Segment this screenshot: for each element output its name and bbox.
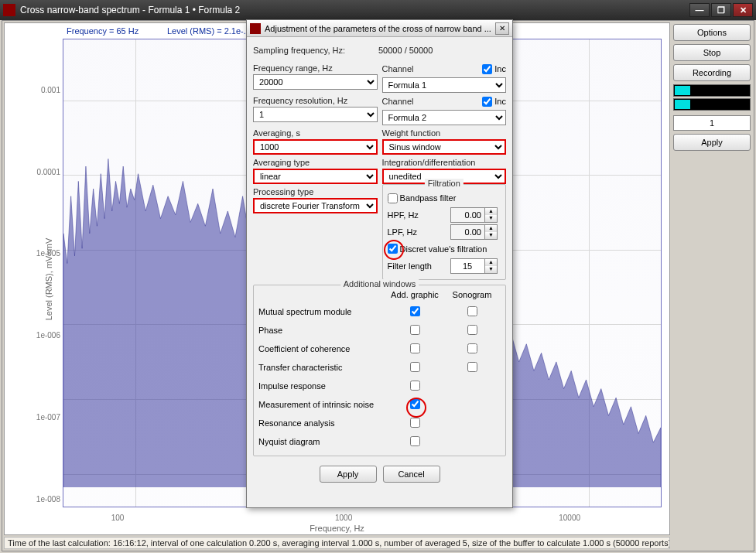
frequency-range-label: Frequency range, Hz <box>253 63 378 73</box>
channel-label: Channel <box>382 64 483 73</box>
inc-checkbox-1[interactable] <box>482 64 492 74</box>
aw-mutual-spectrum-label: Mutual spectrum module <box>258 307 386 316</box>
aw-resonance-graphic-checkbox[interactable] <box>410 418 420 428</box>
filtration-legend: Filtration <box>425 179 464 188</box>
aw-impulse-label: Impulse response <box>258 381 386 391</box>
close-button[interactable]: ✕ <box>733 3 753 17</box>
dialog-title: Adjustment of the parameters of the cros… <box>265 24 495 33</box>
weight-function-label: Weight function <box>382 128 507 138</box>
channel2-select[interactable]: Formula 2 <box>382 110 507 125</box>
parameters-dialog: Adjustment of the parameters of the cros… <box>246 19 513 508</box>
aw-coherence-sonogram-checkbox[interactable] <box>467 343 477 353</box>
aw-impulse-graphic-checkbox[interactable] <box>410 381 420 391</box>
aw-transfer-sonogram-checkbox[interactable] <box>467 362 477 372</box>
inc-checkbox-2[interactable] <box>482 97 492 107</box>
aw-nyquist-graphic-checkbox[interactable] <box>410 436 420 446</box>
aw-nyquist-label: Nyquist diagram <box>258 437 386 446</box>
aw-phase-sonogram-checkbox[interactable] <box>467 325 477 335</box>
lpf-spinner[interactable]: ▲▼ <box>485 224 498 240</box>
dialog-titlebar[interactable]: Adjustment of the parameters of the cros… <box>247 20 512 37</box>
hpf-label: HPF, Hz <box>388 210 451 220</box>
aw-phase-graphic-checkbox[interactable] <box>410 325 420 335</box>
averaging-type-label: Averaging type <box>253 158 378 167</box>
x-tick: 1000 <box>335 514 352 522</box>
x-tick: 10000 <box>559 514 580 522</box>
y-tick: 0.001 <box>41 85 60 94</box>
filter-length-input[interactable] <box>450 258 485 274</box>
y-tick: 1e-008 <box>36 494 60 503</box>
discret-filtration-label: Discret value's filtration <box>400 244 487 254</box>
frequency-resolution-select[interactable]: 1 <box>253 107 378 122</box>
x-axis-label: Frequency, Hz <box>310 524 364 533</box>
window-title: Cross narrow-band spectrum - Formula 1 •… <box>20 5 688 15</box>
aw-transfer-graphic-checkbox[interactable] <box>410 362 420 372</box>
aw-intrinsic-noise-label: Measurement of intrinsic noise <box>258 400 386 409</box>
sampling-frequency-label: Sampling frequency, Hz: <box>253 46 378 55</box>
dialog-apply-button[interactable]: Apply <box>320 466 377 483</box>
dialog-close-button[interactable]: ✕ <box>495 22 509 35</box>
aw-transfer-label: Transfer characteristic <box>258 363 386 372</box>
minimize-button[interactable]: — <box>689 3 710 17</box>
filter-length-label: Filter length <box>388 261 451 271</box>
recording-button[interactable]: Recording <box>673 64 751 81</box>
aw-mutual-spectrum-sonogram-checkbox[interactable] <box>467 306 477 316</box>
main-titlebar: Cross narrow-band spectrum - Formula 1 •… <box>0 0 756 20</box>
bandpass-label: Bandpass filter <box>400 193 457 203</box>
y-tick: 1e-007 <box>36 412 60 421</box>
y-tick: 0.0001 <box>36 167 60 176</box>
lpf-input[interactable] <box>450 224 485 240</box>
frequency-range-select[interactable]: 20000 <box>253 74 378 90</box>
app-icon <box>3 4 15 16</box>
channel-label-2: Channel <box>382 97 483 106</box>
lpf-label: LPF, Hz <box>388 227 451 237</box>
discret-filtration-checkbox[interactable] <box>388 244 398 254</box>
frequency-resolution-label: Frequency resolution, Hz <box>253 96 378 105</box>
stop-button[interactable]: Stop <box>673 44 751 61</box>
y-tick: 1e-005 <box>36 249 60 258</box>
dialog-cancel-button[interactable]: Cancel <box>383 466 440 483</box>
aw-phase-label: Phase <box>258 326 386 335</box>
bandpass-checkbox[interactable] <box>388 193 398 203</box>
add-graphic-header: Add. graphic <box>386 290 443 299</box>
restore-button[interactable]: ❐ <box>711 3 731 17</box>
cursor-level-readout: Level (RMS) = 2.1e-... <box>167 26 251 36</box>
filter-length-spinner[interactable]: ▲▼ <box>485 258 498 274</box>
additional-windows-legend: Additional windows <box>340 279 419 288</box>
integration-label: Integration/differentiation <box>382 158 507 167</box>
averaging-type-select[interactable]: linear <box>253 169 378 184</box>
processing-type-select[interactable]: discrete Fourier Transform <box>253 198 378 213</box>
right-panel: Options Stop Recording Apply <box>673 24 751 154</box>
aw-coherence-graphic-checkbox[interactable] <box>410 343 420 353</box>
averaging-label: Averaging, s <box>253 128 378 138</box>
options-button[interactable]: Options <box>673 24 751 41</box>
aw-resonance-label: Resonance analysis <box>258 418 386 428</box>
status-bar: Time of the last calculation: 16:16:12, … <box>4 537 670 549</box>
sampling-frequency-value: 50000 / 50000 <box>378 46 506 55</box>
aw-mutual-spectrum-graphic-checkbox[interactable] <box>410 306 420 316</box>
level-indicator-1 <box>673 84 751 97</box>
level-indicator-2 <box>673 98 751 111</box>
apply-button[interactable]: Apply <box>673 134 751 151</box>
averaging-select[interactable]: 1000 <box>253 139 378 155</box>
aw-intrinsic-noise-graphic-checkbox[interactable] <box>410 399 420 409</box>
y-tick: 1e-006 <box>36 331 60 340</box>
dialog-icon <box>250 23 261 34</box>
weight-function-select[interactable]: Sinus window <box>382 139 507 155</box>
aw-coherence-label: Coefficient of coherence <box>258 344 386 353</box>
cursor-frequency-readout: Frequency = 65 Hz <box>67 26 139 36</box>
sonogram-header: Sonogram <box>443 290 501 299</box>
processing-type-label: Processing type <box>253 187 378 196</box>
x-tick: 100 <box>111 514 125 522</box>
numeric-field[interactable] <box>673 115 751 131</box>
hpf-spinner[interactable]: ▲▼ <box>485 207 498 223</box>
channel1-select[interactable]: Formula 1 <box>382 77 507 93</box>
hpf-input[interactable] <box>450 207 485 223</box>
